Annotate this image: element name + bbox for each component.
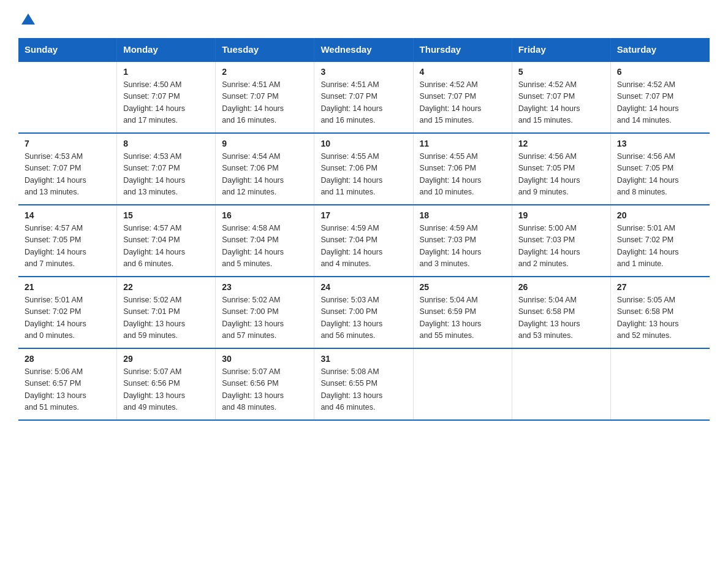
- header-day-wednesday: Wednesday: [314, 38, 413, 61]
- day-info-line: and 13 minutes.: [123, 186, 209, 198]
- day-info-line: and 17 minutes.: [123, 115, 209, 126]
- day-info-line: Sunset: 7:04 PM: [123, 234, 209, 246]
- calendar-cell: 14Sunrise: 4:57 AMSunset: 7:05 PMDayligh…: [18, 205, 117, 276]
- day-info-line: Sunrise: 5:08 AM: [320, 366, 406, 378]
- calendar-cell: 12Sunrise: 4:56 AMSunset: 7:05 PMDayligh…: [512, 134, 611, 204]
- day-info-line: Sunset: 7:03 PM: [420, 234, 506, 246]
- logo-triangle-icon: [21, 12, 35, 26]
- header-day-tuesday: Tuesday: [216, 38, 314, 61]
- day-number: 14: [25, 210, 110, 220]
- day-info-line: Daylight: 14 hours: [320, 175, 406, 186]
- calendar-cell: 30Sunrise: 5:07 AMSunset: 6:56 PMDayligh…: [216, 349, 314, 419]
- day-number: 22: [123, 282, 209, 292]
- day-info-line: Sunset: 7:01 PM: [123, 306, 209, 318]
- day-number: 18: [420, 210, 506, 220]
- calendar-row-4: 28Sunrise: 5:06 AMSunset: 6:57 PMDayligh…: [18, 348, 710, 421]
- header-day-thursday: Thursday: [414, 38, 512, 61]
- day-info-line: Sunset: 7:06 PM: [222, 163, 308, 174]
- day-info-line: Daylight: 14 hours: [25, 318, 110, 330]
- day-info-line: Sunset: 7:07 PM: [518, 91, 604, 102]
- calendar-cell: 1Sunrise: 4:50 AMSunset: 7:07 PMDaylight…: [117, 62, 216, 132]
- calendar-cell: 24Sunrise: 5:03 AMSunset: 7:00 PMDayligh…: [314, 277, 413, 348]
- calendar-cell: 28Sunrise: 5:06 AMSunset: 6:57 PMDayligh…: [18, 349, 117, 419]
- day-number: 23: [222, 282, 308, 292]
- page-header: [18, 12, 710, 26]
- day-info-line: and 7 minutes.: [25, 258, 110, 270]
- day-info-line: Daylight: 14 hours: [518, 103, 604, 115]
- day-info-line: and 15 minutes.: [518, 115, 604, 126]
- header-day-sunday: Sunday: [18, 38, 117, 61]
- calendar-cell: 9Sunrise: 4:54 AMSunset: 7:06 PMDaylight…: [216, 134, 314, 204]
- day-info-line: Sunset: 7:02 PM: [25, 306, 110, 318]
- day-info-line: Sunrise: 4:58 AM: [222, 223, 308, 234]
- day-info-line: Daylight: 13 hours: [222, 390, 308, 402]
- day-info-line: Sunset: 7:00 PM: [222, 306, 308, 318]
- day-info-line: Daylight: 14 hours: [420, 247, 506, 258]
- day-info-line: Daylight: 14 hours: [320, 103, 406, 115]
- day-number: 24: [320, 282, 406, 292]
- day-info-line: Sunrise: 5:04 AM: [420, 294, 506, 306]
- day-info-line: Sunset: 7:07 PM: [222, 91, 308, 102]
- day-number: 1: [123, 67, 209, 77]
- day-info-line: Daylight: 14 hours: [222, 175, 308, 186]
- day-info-line: Sunset: 6:59 PM: [420, 306, 506, 318]
- day-number: 2: [222, 67, 308, 77]
- day-info-line: Sunrise: 4:52 AM: [518, 79, 604, 91]
- day-info-line: and 13 minutes.: [25, 186, 110, 198]
- day-info-line: Daylight: 14 hours: [617, 103, 703, 115]
- day-info-line: Sunrise: 5:05 AM: [617, 294, 703, 306]
- day-info-line: Sunrise: 5:03 AM: [320, 294, 406, 306]
- day-info-line: Sunset: 6:57 PM: [25, 378, 110, 389]
- day-info-line: and 10 minutes.: [420, 186, 506, 198]
- day-info-line: Sunset: 6:56 PM: [222, 378, 308, 389]
- day-info-line: Sunrise: 4:52 AM: [617, 79, 703, 91]
- calendar-cell: 22Sunrise: 5:02 AMSunset: 7:01 PMDayligh…: [117, 277, 216, 348]
- day-info-line: Sunrise: 5:07 AM: [123, 366, 209, 378]
- day-number: 12: [518, 139, 604, 148]
- day-info-line: Sunset: 6:55 PM: [320, 378, 406, 389]
- calendar-cell: 18Sunrise: 4:59 AMSunset: 7:03 PMDayligh…: [414, 205, 512, 276]
- day-info-line: and 53 minutes.: [518, 330, 604, 342]
- day-info-line: Sunrise: 4:59 AM: [320, 223, 406, 234]
- day-number: 28: [25, 354, 110, 364]
- day-info-line: Daylight: 13 hours: [320, 390, 406, 402]
- calendar-cell: 19Sunrise: 5:00 AMSunset: 7:03 PMDayligh…: [512, 205, 611, 276]
- day-info-line: Sunrise: 5:04 AM: [518, 294, 604, 306]
- day-info-line: Sunrise: 4:57 AM: [25, 223, 110, 234]
- day-info-line: Sunset: 7:03 PM: [518, 234, 604, 246]
- header-day-friday: Friday: [512, 38, 611, 61]
- calendar-row-2: 14Sunrise: 4:57 AMSunset: 7:05 PMDayligh…: [18, 204, 710, 276]
- day-info-line: Sunset: 6:58 PM: [518, 306, 604, 318]
- day-number: 11: [420, 139, 506, 148]
- day-info-line: Daylight: 14 hours: [222, 103, 308, 115]
- day-info-line: Sunrise: 5:01 AM: [617, 223, 703, 234]
- day-info-line: Sunset: 7:07 PM: [320, 91, 406, 102]
- calendar-body: 1Sunrise: 4:50 AMSunset: 7:07 PMDaylight…: [18, 61, 710, 421]
- day-info-line: Sunrise: 4:52 AM: [420, 79, 506, 91]
- day-info-line: Sunset: 7:06 PM: [420, 163, 506, 174]
- day-number: 5: [518, 67, 604, 77]
- day-number: 31: [320, 354, 406, 364]
- day-info-line: Daylight: 14 hours: [518, 175, 604, 186]
- day-info-line: Sunset: 7:07 PM: [420, 91, 506, 102]
- day-info-line: Sunset: 7:07 PM: [123, 91, 209, 102]
- day-info-line: Daylight: 13 hours: [123, 318, 209, 330]
- day-info-line: Daylight: 14 hours: [25, 175, 110, 186]
- day-info-line: and 2 minutes.: [518, 258, 604, 270]
- calendar-cell: 10Sunrise: 4:55 AMSunset: 7:06 PMDayligh…: [314, 134, 413, 204]
- calendar-cell: 31Sunrise: 5:08 AMSunset: 6:55 PMDayligh…: [314, 349, 413, 419]
- day-info-line: Daylight: 14 hours: [25, 247, 110, 258]
- day-info-line: Sunrise: 4:56 AM: [617, 151, 703, 163]
- calendar-cell: 2Sunrise: 4:51 AMSunset: 7:07 PMDaylight…: [216, 62, 314, 132]
- calendar-cell: 26Sunrise: 5:04 AMSunset: 6:58 PMDayligh…: [512, 277, 611, 348]
- day-info-line: and 49 minutes.: [123, 402, 209, 413]
- logo: [18, 12, 38, 26]
- day-info-line: and 4 minutes.: [320, 258, 406, 270]
- day-number: 20: [617, 210, 703, 220]
- day-number: 3: [320, 67, 406, 77]
- day-info-line: and 8 minutes.: [617, 186, 703, 198]
- calendar-row-3: 21Sunrise: 5:01 AMSunset: 7:02 PMDayligh…: [18, 276, 710, 348]
- day-info-line: and 16 minutes.: [320, 115, 406, 126]
- calendar-cell: 27Sunrise: 5:05 AMSunset: 6:58 PMDayligh…: [611, 277, 710, 348]
- day-info-line: Daylight: 14 hours: [420, 103, 506, 115]
